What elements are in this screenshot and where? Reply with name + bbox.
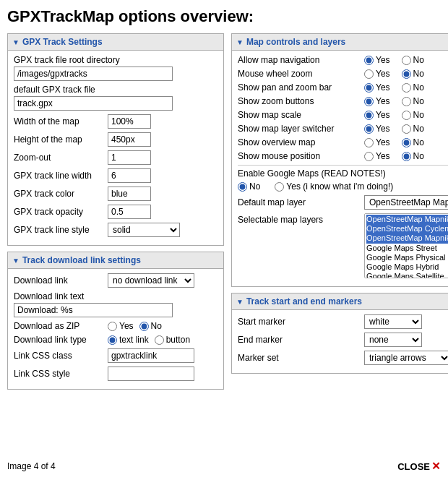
line-style-select[interactable]: solid dashed dotted	[108, 223, 180, 237]
left-column: ▼ GPX Track Settings GPX track file root…	[7, 33, 224, 395]
map-scale-yes[interactable]: Yes	[364, 110, 390, 120]
allow-nav-no[interactable]: No	[402, 55, 424, 65]
css-style-input[interactable]	[108, 367, 194, 381]
layer-switcher-yes[interactable]: Yes	[364, 124, 390, 134]
download-type-radios: text link button	[108, 335, 190, 345]
root-dir-label: GPX track file root directory	[14, 55, 217, 65]
footer: Image 4 of 4 CLOSE ✕	[7, 460, 441, 473]
track-color-label: GPX track color	[14, 189, 108, 199]
google-maps-label: Enable Google Maps (READ NOTES!)	[238, 168, 448, 179]
overview-map-yes[interactable]: Yes	[364, 137, 390, 147]
download-link-row: Download link no download link direct li…	[14, 273, 217, 288]
allow-nav-yes[interactable]: Yes	[364, 55, 390, 65]
overview-map-row: Show overview map Yes No	[238, 137, 448, 147]
root-dir-row	[14, 67, 217, 81]
track-markers-section: ▼ Track start and end markers Start mark…	[231, 293, 448, 374]
end-marker-select[interactable]: none white red green blue	[364, 333, 422, 347]
height-input[interactable]	[108, 132, 151, 147]
track-color-input[interactable]	[108, 187, 151, 201]
mouse-wheel-radios: Yes No	[364, 69, 424, 79]
page-container: GPXTrackMap options overview: ▼ GPX Trac…	[0, 0, 448, 480]
map-controls-section: ▼ Map controls and layers Allow map navi…	[231, 33, 448, 287]
line-width-label: GPX track line width	[14, 171, 108, 181]
download-zip-yes-item[interactable]: Yes	[108, 321, 134, 331]
css-class-input[interactable]	[108, 348, 194, 363]
google-no-item[interactable]: No	[238, 181, 260, 192]
google-maps-radios: No Yes (i know what i'm doing!)	[238, 181, 448, 192]
track-opacity-input[interactable]	[108, 205, 151, 219]
allow-nav-radios: Yes No	[364, 55, 424, 65]
marker-set-label: Marker set	[238, 353, 364, 363]
css-class-label: Link CSS class	[14, 351, 108, 361]
track-markers-body: Start marker white red green blue none E…	[232, 310, 448, 373]
zoom-buttons-label: Show zoom buttons	[238, 96, 364, 106]
download-type-button-label: button	[166, 335, 190, 345]
start-marker-select[interactable]: white red green blue none	[364, 314, 422, 329]
height-row: Height of the map	[14, 132, 217, 147]
download-zip-row: Download as ZIP Yes No	[14, 321, 217, 331]
download-zip-no-item[interactable]: No	[139, 321, 162, 331]
end-marker-label: End marker	[238, 335, 364, 345]
marker-set-select[interactable]: triangle arrows arrows circles	[364, 351, 448, 365]
section-arrow-icon4: ▼	[236, 298, 244, 306]
css-style-label: Link CSS style	[14, 369, 108, 379]
width-row: Width of the map	[14, 114, 217, 129]
map-scale-no[interactable]: No	[402, 110, 424, 120]
marker-set-row: Marker set triangle arrows arrows circle…	[238, 351, 448, 365]
mouse-pos-yes[interactable]: Yes	[364, 151, 390, 161]
pan-zoom-yes[interactable]: Yes	[364, 82, 390, 93]
close-button[interactable]: CLOSE ✕	[397, 460, 441, 473]
default-file-row	[14, 96, 217, 111]
zoom-buttons-no[interactable]: No	[402, 96, 424, 106]
map-controls-header: ▼ Map controls and layers	[232, 34, 448, 51]
css-class-row: Link CSS class	[14, 348, 217, 363]
download-zip-radios: Yes No	[108, 321, 162, 331]
line-width-input[interactable]	[108, 168, 151, 183]
default-layer-select[interactable]: OpenStreetMap Mapnik OpenStreetMap Cycle…	[364, 195, 448, 210]
gpx-track-settings-section: ▼ GPX Track Settings GPX track file root…	[7, 33, 224, 246]
download-zip-yes-radio[interactable]	[108, 322, 117, 331]
right-column: ▼ Map controls and layers Allow map navi…	[231, 33, 448, 395]
download-type-text-radio[interactable]	[108, 335, 117, 345]
mouse-wheel-no[interactable]: No	[402, 69, 424, 79]
zoom-out-input[interactable]	[108, 150, 151, 165]
line-style-label: GPX track line style	[14, 225, 108, 235]
page-info: Image 4 of 4	[7, 461, 56, 471]
allow-nav-label: Allow map navigation	[238, 55, 364, 65]
overview-map-no[interactable]: No	[402, 137, 424, 147]
layer-switcher-no[interactable]: No	[402, 124, 424, 134]
selectable-layers-list[interactable]: OpenStreetMap Mapnik OpenStreetMap Cycle…	[364, 213, 448, 278]
overview-map-radios: Yes No	[364, 137, 424, 147]
map-controls-label: Map controls and layers	[246, 37, 345, 47]
download-link-select[interactable]: no download link direct link zip link	[108, 273, 194, 288]
download-zip-no-radio[interactable]	[139, 322, 149, 331]
root-dir-input[interactable]	[14, 67, 173, 81]
download-zip-label: Download as ZIP	[14, 321, 108, 331]
pan-zoom-radios: Yes No	[364, 82, 424, 93]
download-text-input[interactable]	[14, 303, 173, 317]
start-marker-label: Start marker	[238, 317, 364, 327]
page-title: GPXTrackMap options overview:	[7, 7, 441, 26]
overview-map-label: Show overview map	[238, 137, 364, 147]
pan-zoom-row: Show pan and zoom bar Yes No	[238, 82, 448, 93]
track-markers-label: Track start and end markers	[246, 296, 362, 307]
width-input[interactable]	[108, 114, 151, 129]
layer-switcher-label: Show map layer switcher	[238, 124, 364, 134]
mouse-wheel-yes[interactable]: Yes	[364, 69, 390, 79]
download-type-button-radio[interactable]	[155, 335, 164, 345]
zoom-buttons-yes[interactable]: Yes	[364, 96, 390, 106]
track-color-row: GPX track color	[14, 187, 217, 201]
default-layer-label: Default map layer	[238, 197, 364, 207]
selectable-layers-row: Selectable map layers OpenStreetMap Mapn…	[238, 213, 448, 278]
map-scale-row: Show map scale Yes No	[238, 110, 448, 120]
default-file-input[interactable]	[14, 96, 173, 111]
download-type-text-item[interactable]: text link	[108, 335, 149, 345]
download-text-row	[14, 303, 217, 317]
selectable-layers-label: Selectable map layers	[238, 213, 364, 225]
google-yes-item[interactable]: Yes (i know what i'm doing!)	[275, 181, 393, 192]
download-type-button-item[interactable]: button	[155, 335, 190, 345]
zoom-buttons-radios: Yes No	[364, 96, 424, 106]
pan-zoom-no[interactable]: No	[402, 82, 424, 93]
mouse-pos-no[interactable]: No	[402, 151, 424, 161]
gpx-track-settings-header: ▼ GPX Track Settings	[8, 34, 223, 51]
